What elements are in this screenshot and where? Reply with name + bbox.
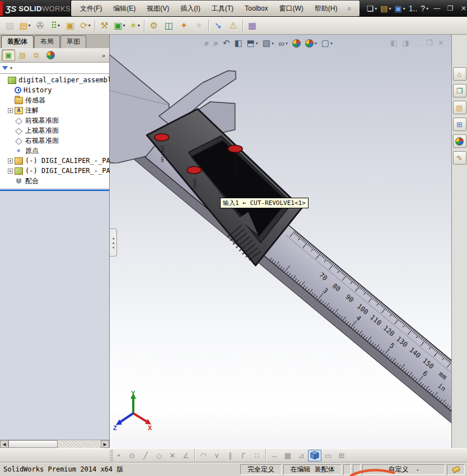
manager-tabs-overflow[interactable]: » [102, 52, 108, 59]
close-button[interactable]: ✕ [457, 4, 467, 12]
menu-item-3[interactable]: 插入(I) [175, 4, 206, 13]
sketch-line-button[interactable]: ╱ [139, 450, 152, 461]
snap-points-button[interactable]: ∷ [250, 450, 264, 461]
tree-part-1[interactable]: +(-) DIGI_CALIPER_-_PART_1 [0, 156, 109, 166]
preview-window-button[interactable]: ▦ [245, 18, 260, 33]
reference-geometry-button[interactable]: ✶▾ [127, 18, 142, 33]
grid-button[interactable]: ▦ [281, 450, 295, 461]
caliper-zero-button[interactable] [187, 166, 202, 174]
assembly-features-button[interactable]: ⚒ [97, 18, 112, 33]
interference-detection-button[interactable]: ⚠ [226, 18, 241, 33]
tab-layout[interactable]: 布局 [34, 35, 60, 48]
mate-button[interactable]: ✇ [32, 18, 48, 33]
sketch-circle-button[interactable]: ⊙ [125, 450, 139, 461]
minimize-button[interactable]: — [430, 4, 443, 12]
menu-item-2[interactable]: 视图(V) [141, 4, 175, 13]
new-motion-study-button[interactable]: ⚙ [146, 18, 161, 33]
quick-overflow[interactable]: 1.. [409, 4, 418, 13]
caliper-units-button[interactable] [228, 145, 242, 152]
smart-fasteners-button[interactable]: ▣ [63, 18, 78, 33]
scroll-track[interactable] [58, 440, 101, 448]
featuremanager-tab[interactable]: ▣ [2, 49, 15, 61]
configurationmanager-tab[interactable]: ⧉ [30, 49, 43, 61]
sketch-point-button[interactable]: • [112, 450, 125, 461]
sketch-angle-button[interactable]: ∠ [179, 450, 193, 461]
scroll-thumb[interactable] [8, 440, 58, 448]
menu-search-icon[interactable]: ⌕ [343, 4, 356, 13]
open-component-button[interactable]: ▤▾ [17, 18, 32, 33]
panel-scrollbar[interactable]: ◀ ▶ [0, 440, 109, 448]
angle-snap-button[interactable]: ⊿ [295, 450, 308, 461]
help-button[interactable]: ?▾ [421, 4, 428, 13]
apply-scene-button[interactable]: ▾ [303, 36, 319, 50]
linear-component-pattern-button[interactable]: ⠿▾ [48, 18, 63, 33]
view-settings-button[interactable]: ▢▾ [319, 36, 335, 50]
displaymanager-tab[interactable] [44, 49, 57, 61]
tree-mates[interactable]: ⋓配合 [0, 176, 109, 186]
sketch-x-button[interactable]: ✕ [166, 450, 179, 461]
view-orientation-button[interactable]: ⬒▾ [245, 36, 260, 50]
display-style-button[interactable]: ▧▾ [260, 36, 276, 50]
viewport-single-button[interactable]: ▭ [321, 450, 335, 461]
menu-item-1[interactable]: 编辑(E) [108, 4, 141, 13]
tree-right-plane[interactable]: 右视基准面 [0, 136, 109, 146]
doc-restore-button[interactable]: ❐ [423, 39, 435, 47]
tree-filter-row[interactable]: ▾ [0, 63, 109, 74]
restore-button[interactable]: ❐ [443, 4, 457, 12]
menu-item-7[interactable]: 帮助(H) [309, 4, 343, 13]
solidworks-resources-button[interactable]: ⌂ [453, 67, 466, 81]
new-file-button[interactable]: ❏▾ [367, 4, 377, 13]
zoom-to-fit-button[interactable]: ⌕ [202, 36, 211, 50]
view-palette-button[interactable]: ⊞ [453, 118, 466, 131]
tree-part-2[interactable]: +(-) DIGI_CALIPER_-_PART_2 [0, 166, 109, 176]
tree-annotations[interactable]: +A注解 [0, 105, 109, 115]
panel-collapse-handle[interactable]: ◂◂◂ [110, 228, 117, 256]
hide-show-items-button[interactable]: ∞▾ [276, 36, 290, 50]
toolbar-drag-handle[interactable] [110, 450, 113, 461]
zoom-to-area-button[interactable]: ⌕ [211, 36, 220, 50]
tree-history[interactable]: History [0, 85, 109, 95]
tree-front-plane[interactable]: 前视基准面 [0, 115, 109, 125]
curvature-button[interactable]: ➘ [211, 18, 226, 33]
scroll-left-button[interactable]: ◀ [0, 440, 8, 448]
custom-properties-button[interactable]: ✎ [453, 151, 466, 165]
appearances-button[interactable] [453, 134, 466, 148]
menu-item-6[interactable]: 窗口(W) [273, 4, 309, 13]
caliper-3d-model[interactable]: 708090100110120130140150mm 3456in [110, 35, 451, 448]
tile-left-button[interactable]: ◧ [388, 39, 400, 47]
show-hidden-components-button[interactable]: ◫ [161, 18, 176, 33]
tile-right-button[interactable]: ◨ [400, 39, 412, 47]
snap-intersection-button[interactable]: ⋎ [210, 450, 223, 461]
shaded-cube-button[interactable] [308, 450, 321, 461]
move-component-button[interactable]: ⟳▾ [78, 18, 93, 33]
exploded-view-button[interactable]: ✦ [176, 18, 192, 33]
status-tag-cell[interactable] [447, 464, 465, 475]
section-view-button[interactable]: ◧ [232, 36, 244, 50]
caliper-power-button[interactable] [155, 134, 169, 141]
tab-sketch[interactable]: 草图 [60, 35, 86, 48]
tree-origin[interactable]: ⌖原点 [0, 146, 109, 156]
snap-tangent-button[interactable]: ◠ [197, 450, 210, 461]
propertymanager-tab[interactable]: ▤ [16, 49, 29, 61]
tree-expander-icon[interactable]: + [8, 108, 13, 113]
snap-parallel-button[interactable]: ∥ [223, 450, 237, 461]
save-button[interactable]: ▣▾ [395, 4, 405, 13]
open-file-button[interactable]: ▤▾ [380, 4, 391, 13]
tab-assembly[interactable]: 装配体 [1, 35, 34, 48]
dimension-button[interactable]: ↔ [268, 450, 281, 461]
scroll-right-button[interactable]: ▶ [101, 440, 109, 448]
tree-expander-icon[interactable]: + [8, 169, 13, 174]
menu-item-0[interactable]: 文件(F) [74, 4, 108, 13]
sketch-polygon-button[interactable]: ◇ [152, 450, 166, 461]
file-explorer-button[interactable]: ▤ [453, 101, 466, 114]
menu-item-4[interactable]: 工具(T) [206, 4, 239, 13]
previous-view-button[interactable]: ↶ [221, 36, 232, 50]
tree-top-plane[interactable]: 上视基准面 [0, 125, 109, 136]
tree-expander-icon[interactable]: + [8, 158, 13, 164]
edit-appearance-button[interactable] [290, 36, 303, 50]
tree-root-assembly[interactable]: digital_caliper_assembly_asm [0, 75, 109, 85]
edit-component-button[interactable]: ▣▾ [112, 18, 127, 33]
graphics-viewport[interactable]: 708090100110120130140150mm 3456in [110, 35, 451, 448]
menu-item-5[interactable]: Toolbox [239, 4, 273, 12]
viewport-grid-button[interactable]: ⊞ [335, 450, 348, 461]
